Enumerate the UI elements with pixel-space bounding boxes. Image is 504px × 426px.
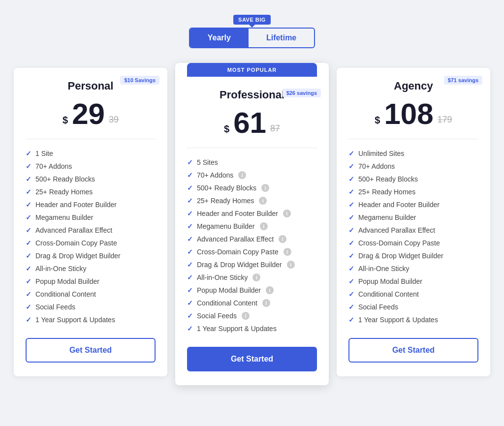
info-icon[interactable]: i: [279, 235, 286, 243]
price-original-personal: 39: [109, 115, 119, 125]
feature-item: ✓ 25+ Ready Homes: [26, 185, 156, 198]
info-icon[interactable]: i: [238, 171, 246, 179]
feature-text: 70+ Addons: [35, 162, 72, 170]
feature-item: ✓ Header and Footer Builder: [348, 198, 478, 211]
check-icon: ✓: [187, 222, 193, 230]
price-dollar-agency: $: [375, 115, 380, 126]
get-started-btn-professional[interactable]: Get Started: [187, 347, 317, 371]
check-icon: ✓: [26, 239, 32, 247]
check-icon: ✓: [187, 184, 193, 192]
feature-text: Drag & Drop Widget Builder: [358, 252, 443, 260]
feature-item: ✓ Drag & Drop Widget Builder: [26, 249, 156, 262]
info-icon[interactable]: i: [266, 286, 274, 294]
feature-text: 1 Year Support & Updates: [35, 316, 115, 324]
info-icon[interactable]: i: [260, 222, 268, 230]
feature-text: Megamenu Builder: [197, 222, 255, 230]
info-icon[interactable]: i: [262, 299, 270, 307]
divider-personal: [26, 139, 156, 139]
feature-text: Header and Footer Builder: [35, 201, 117, 209]
pricing-card-personal: $10 SavingsPersonal $ 29 39 ✓ 1 Site ✓ 7…: [14, 68, 167, 376]
most-popular-banner: MOST POPULAR: [187, 63, 317, 77]
feature-text: Drag & Drop Widget Builder: [35, 252, 121, 260]
feature-item: ✓ Drag & Drop Widget Builder i: [187, 258, 317, 271]
info-icon[interactable]: i: [284, 248, 291, 256]
pricing-cards-container: $10 SavingsPersonal $ 29 39 ✓ 1 Site ✓ 7…: [10, 63, 494, 390]
check-icon: ✓: [26, 213, 32, 221]
feature-item: ✓ 70+ Addons: [348, 160, 478, 173]
check-icon: ✓: [26, 252, 32, 260]
check-icon: ✓: [187, 325, 193, 333]
feature-text: Social Feeds: [197, 312, 237, 320]
feature-item: ✓ 1 Year Support & Updates: [348, 313, 478, 326]
check-icon: ✓: [348, 201, 354, 209]
feature-text: Social Feeds: [358, 303, 398, 311]
feature-text: 5 Sites: [197, 158, 218, 166]
feature-text: Drag & Drop Widget Builder: [197, 261, 282, 269]
savings-badge-personal: $10 Savings: [120, 76, 159, 85]
info-icon[interactable]: i: [242, 312, 250, 320]
feature-item: ✓ Header and Footer Builder: [26, 198, 156, 211]
feature-text: 25+ Ready Homes: [35, 188, 93, 196]
feature-text: Cross-Domain Copy Paste: [358, 239, 440, 247]
save-big-badge: SAVE BIG: [233, 15, 271, 25]
get-started-btn-personal[interactable]: Get Started: [26, 338, 156, 363]
check-icon: ✓: [348, 316, 354, 324]
price-row-personal: $ 29 39: [26, 99, 156, 129]
check-icon: ✓: [187, 171, 193, 179]
check-icon: ✓: [187, 299, 193, 307]
check-icon: ✓: [26, 277, 32, 285]
info-icon[interactable]: i: [259, 197, 267, 205]
price-dollar-personal: $: [63, 115, 68, 126]
check-icon: ✓: [26, 303, 32, 311]
feature-text: 1 Site: [35, 150, 53, 157]
price-main-personal: 29: [72, 99, 105, 129]
feature-item: ✓ Social Feeds i: [187, 309, 317, 322]
feature-list-personal: ✓ 1 Site ✓ 70+ Addons ✓ 500+ Ready Block…: [26, 147, 156, 326]
check-icon: ✓: [348, 265, 354, 273]
feature-item: ✓ Popup Modal Builder: [26, 275, 156, 288]
divider-agency: [348, 139, 478, 139]
check-icon: ✓: [26, 188, 32, 196]
lifetime-toggle-btn[interactable]: Lifetime: [249, 29, 314, 47]
feature-text: Popup Modal Builder: [197, 286, 261, 294]
feature-item: ✓ Conditional Content: [26, 288, 156, 301]
feature-text: Advanced Parallax Effect: [35, 226, 112, 234]
divider-professional: [187, 148, 317, 148]
get-started-btn-agency[interactable]: Get Started: [348, 338, 478, 363]
feature-text: Conditional Content: [35, 290, 96, 298]
check-icon: ✓: [26, 175, 32, 183]
check-icon: ✓: [187, 158, 193, 166]
feature-text: Advanced Parallax Effect: [358, 226, 435, 234]
info-icon[interactable]: i: [283, 210, 291, 217]
feature-item: ✓ All-in-One Sticky: [348, 262, 478, 275]
feature-item: ✓ All-in-One Sticky: [26, 262, 156, 275]
info-icon[interactable]: i: [287, 261, 295, 269]
savings-badge-professional: $26 savings: [283, 89, 321, 97]
info-icon[interactable]: i: [252, 274, 260, 281]
feature-text: 1 Year Support & Updates: [197, 325, 277, 333]
check-icon: ✓: [26, 265, 32, 273]
price-row-agency: $ 108 179: [348, 99, 478, 129]
price-dollar-professional: $: [224, 123, 229, 135]
feature-item: ✓ Popup Modal Builder i: [187, 284, 317, 297]
yearly-toggle-btn[interactable]: Yearly: [190, 29, 249, 47]
check-icon: ✓: [348, 175, 354, 183]
feature-text: 1 Year Support & Updates: [358, 316, 438, 324]
feature-text: All-in-One Sticky: [197, 274, 248, 281]
feature-text: Header and Footer Builder: [197, 210, 278, 217]
check-icon: ✓: [187, 235, 193, 243]
check-icon: ✓: [26, 201, 32, 209]
feature-item: ✓ Advanced Parallax Effect i: [187, 233, 317, 245]
feature-item: ✓ 500+ Ready Blocks: [26, 173, 156, 185]
info-icon[interactable]: i: [261, 184, 269, 192]
check-icon: ✓: [26, 162, 32, 170]
feature-text: Megamenu Builder: [35, 213, 94, 221]
feature-item: ✓ Header and Footer Builder i: [187, 207, 317, 220]
feature-text: 500+ Ready Blocks: [35, 175, 95, 183]
feature-text: Cross-Domain Copy Paste: [35, 239, 117, 247]
feature-item: ✓ Cross-Domain Copy Paste: [26, 237, 156, 249]
feature-text: 70+ Addons: [197, 171, 233, 179]
feature-item: ✓ 25+ Ready Homes: [348, 185, 478, 198]
check-icon: ✓: [348, 303, 354, 311]
feature-text: Conditional Content: [197, 299, 257, 307]
